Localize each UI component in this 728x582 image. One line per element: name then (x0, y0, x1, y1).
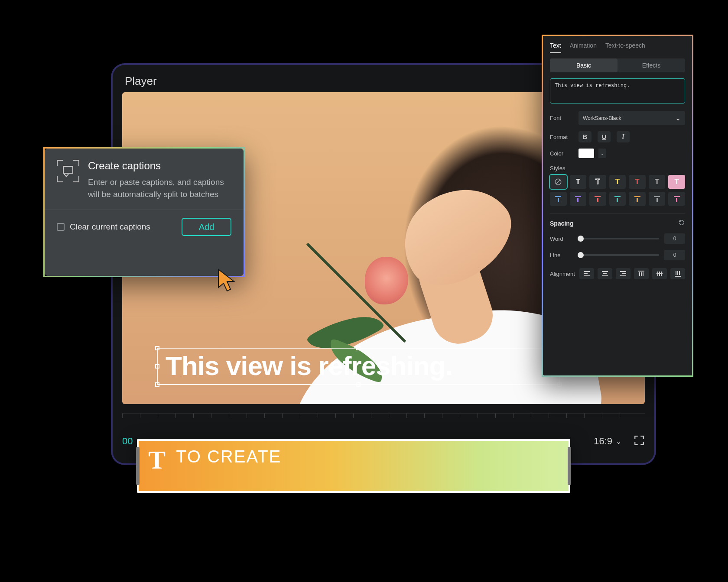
style-preset[interactable] (570, 192, 587, 206)
resize-handle[interactable] (155, 364, 159, 369)
style-preset[interactable] (668, 192, 685, 206)
styles-grid: T T T T T T (550, 175, 685, 206)
fullscreen-icon (634, 435, 645, 446)
align-center-button[interactable] (598, 268, 612, 279)
line-spacing-label: Line (550, 252, 572, 259)
font-value: WorkSans-Black (583, 115, 621, 121)
timestamp: 00 (122, 436, 133, 447)
align-middle-icon (656, 271, 663, 277)
font-select[interactable]: WorkSans-Black ⌄ (578, 111, 685, 125)
word-spacing-label: Word (550, 236, 572, 242)
clip-trim-handle-right[interactable] (568, 447, 571, 485)
checkbox-icon (57, 223, 65, 231)
style-preset[interactable]: T (609, 175, 626, 189)
align-top-icon (638, 271, 645, 277)
resize-handle[interactable] (155, 346, 159, 350)
style-preset[interactable]: T (668, 175, 685, 189)
segment-effects[interactable]: Effects (618, 58, 685, 72)
style-preset[interactable] (649, 192, 666, 206)
caption-text[interactable]: This view is refreshing. (158, 349, 559, 383)
clip-label: TO CREATE (176, 447, 281, 466)
color-dropdown[interactable]: ⌄ (598, 149, 606, 158)
align-right-icon (620, 271, 627, 277)
timeline-ruler[interactable] (122, 413, 645, 426)
tab-text[interactable]: Text (550, 42, 561, 53)
format-label: Format (550, 134, 572, 140)
tab-animation[interactable]: Animation (570, 42, 597, 53)
svg-line-1 (556, 180, 560, 184)
chevron-down-icon: ⌄ (616, 437, 621, 446)
text-inspector-panel: Text Animation Text-to-speech Basic Effe… (542, 35, 693, 377)
align-bottom-button[interactable] (670, 268, 685, 279)
add-button[interactable]: Add (182, 218, 231, 236)
aspect-ratio-value: 16:9 (594, 436, 612, 447)
styles-label: Styles (550, 165, 685, 171)
style-preset[interactable]: T (649, 175, 666, 189)
bold-button[interactable]: B (578, 131, 592, 142)
reset-icon (678, 219, 685, 226)
none-icon (554, 178, 562, 186)
clear-captions-checkbox[interactable]: Clear current captions (57, 222, 150, 232)
alignment-label: Alignment (550, 271, 576, 277)
style-none[interactable] (550, 175, 567, 189)
reset-spacing-button[interactable] (678, 219, 685, 227)
tab-text-to-speech[interactable]: Text-to-speech (605, 42, 645, 53)
divider (45, 210, 244, 210)
font-label: Font (550, 115, 572, 121)
style-preset[interactable]: T (629, 175, 646, 189)
resize-handle[interactable] (155, 382, 159, 387)
spacing-label: Spacing (550, 220, 573, 227)
color-swatch[interactable] (578, 149, 594, 158)
resize-handle[interactable] (356, 382, 361, 387)
dialog-description: Enter or paste captions, and captions wi… (88, 176, 231, 200)
chevron-down-icon: ⌄ (675, 114, 681, 122)
align-top-button[interactable] (634, 268, 649, 279)
fullscreen-button[interactable] (634, 435, 645, 448)
text-clip-icon: T (148, 447, 166, 473)
chevron-down-icon: ⌄ (601, 151, 604, 156)
aspect-ratio-button[interactable]: 16:9 ⌄ (594, 436, 621, 447)
resize-handle[interactable] (557, 382, 562, 387)
italic-button[interactable]: I (617, 131, 630, 142)
style-preset[interactable] (629, 192, 646, 206)
align-center-icon (601, 271, 608, 277)
caption-icon (57, 160, 79, 182)
align-left-icon (583, 271, 590, 277)
slider-knob[interactable] (578, 252, 584, 258)
slider-knob[interactable] (578, 236, 584, 242)
resize-handle[interactable] (356, 346, 361, 350)
style-preset[interactable]: T (570, 175, 587, 189)
underline-button[interactable]: U (598, 131, 611, 142)
clear-captions-label: Clear current captions (70, 222, 150, 232)
dialog-title: Create captions (88, 160, 231, 172)
caption-bounding-box[interactable]: This view is refreshing. (157, 348, 560, 385)
style-preset[interactable] (550, 192, 567, 206)
align-right-button[interactable] (616, 268, 630, 279)
align-middle-button[interactable] (652, 268, 667, 279)
clip-trim-handle-left[interactable] (136, 447, 140, 485)
style-preset[interactable] (609, 192, 626, 206)
align-left-button[interactable] (579, 268, 594, 279)
divider (550, 213, 685, 214)
create-captions-dialog: Create captions Enter or paste captions,… (43, 147, 245, 277)
align-bottom-icon (674, 271, 681, 277)
style-preset[interactable]: T (589, 175, 606, 189)
cursor-icon (217, 268, 238, 294)
timeline-clip[interactable]: T TO CREATE (137, 439, 570, 493)
segment-basic[interactable]: Basic (550, 58, 618, 72)
caption-text-input[interactable] (550, 78, 685, 103)
style-preset[interactable] (589, 192, 606, 206)
line-spacing-value[interactable]: 0 (664, 250, 685, 260)
line-spacing-slider[interactable] (578, 254, 659, 256)
word-spacing-value[interactable]: 0 (664, 233, 685, 244)
color-label: Color (550, 150, 572, 157)
word-spacing-slider[interactable] (578, 238, 659, 239)
